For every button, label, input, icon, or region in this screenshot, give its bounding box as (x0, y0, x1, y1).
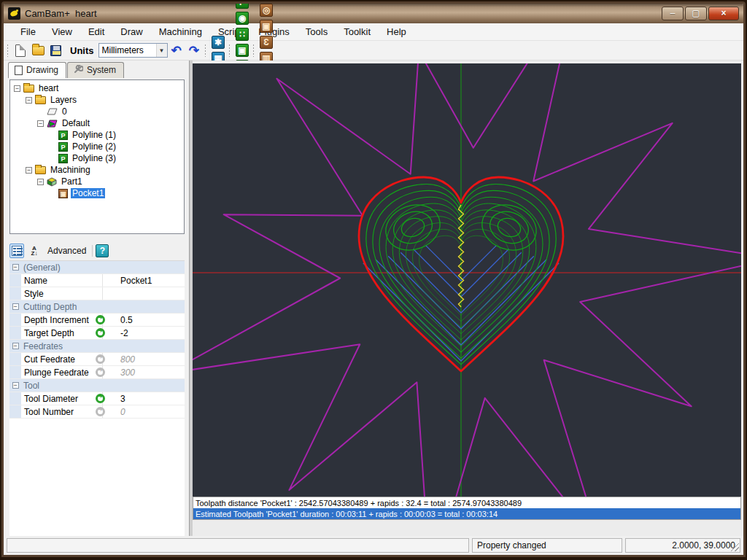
tree-item-default[interactable]: −Default (10, 117, 184, 129)
title-bar[interactable]: CamBam+ heart – ▢ × (4, 4, 743, 23)
status-coordinates: 2.0000, 39.0000 (625, 538, 740, 553)
property-category-feedrates[interactable]: −Feedrates (9, 340, 185, 353)
menu-edit[interactable]: Edit (80, 24, 112, 39)
tree-expander[interactable]: − (37, 179, 44, 185)
drill-button[interactable]: ◎ (258, 2, 274, 18)
tab-system[interactable]: System (67, 62, 124, 78)
toolpath-duration-line[interactable]: Estimated Toolpath 'Pocket1' duration : … (193, 508, 741, 520)
categorized-view-button[interactable] (9, 244, 24, 258)
property-category--general-[interactable]: −(General) (9, 261, 185, 274)
tab-drawing[interactable]: Drawing (8, 62, 66, 78)
property-row-tool-number[interactable]: Tool Number0 (9, 405, 185, 419)
property-row-target-depth[interactable]: Target Depth-2 (9, 327, 185, 340)
menu-toolkit[interactable]: Toolkit (336, 24, 379, 39)
open-file-icon (32, 46, 44, 55)
toolbar-grip[interactable] (252, 44, 255, 57)
property-row-cut-feedrate[interactable]: Cut Feedrate800 (9, 353, 185, 366)
property-row-style[interactable]: Style (9, 287, 185, 300)
snap-grid-button[interactable]: ✱ (210, 34, 226, 50)
polyline-icon: P (58, 142, 68, 152)
property-value[interactable]: 300 (103, 368, 135, 378)
category-collapse-box[interactable]: − (12, 264, 19, 271)
drawing-tree: −heart−Layers−0−Default−PPolyline (1)−PP… (9, 79, 185, 234)
save-file-button[interactable] (47, 42, 63, 58)
property-value[interactable]: 800 (103, 354, 135, 365)
category-collapse-box[interactable]: − (12, 382, 19, 389)
menu-file[interactable]: File (12, 24, 44, 39)
menu-view[interactable]: View (44, 24, 80, 39)
tree-item-label: 0 (61, 106, 69, 117)
part-icon (47, 177, 57, 187)
help-button[interactable]: ? (96, 244, 109, 257)
property-value[interactable]: Pocket1 (103, 276, 152, 286)
tree-item-polyline-2-[interactable]: −PPolyline (2) (10, 141, 184, 152)
rectangle-button[interactable]: ▣ (234, 42, 250, 58)
maximize-button[interactable]: ▢ (685, 7, 707, 20)
toolpath-distance-line[interactable]: Toolpath distance 'Pocket1' : 2542.57043… (193, 497, 741, 508)
engrave-icon: Ɛ (260, 36, 273, 49)
property-name: Style (21, 287, 103, 300)
panel-tabs: DrawingSystem (4, 61, 189, 78)
menu-help[interactable]: Help (379, 24, 414, 39)
toolbar-grip[interactable] (228, 44, 231, 57)
property-row-plunge-feedrate[interactable]: Plunge Feedrate300 (9, 366, 185, 379)
pocket-button[interactable]: ▣ (258, 18, 274, 34)
tree-item-polyline-3-[interactable]: −PPolyline (3) (10, 152, 184, 164)
folder-icon (35, 96, 46, 104)
chevron-down-icon[interactable]: ▼ (156, 44, 167, 57)
tree-expander[interactable]: − (26, 97, 32, 104)
advanced-label[interactable]: Advanced (44, 246, 89, 256)
tree-expander[interactable]: − (14, 85, 20, 92)
tree-item-polyline-1-[interactable]: −PPolyline (1) (10, 129, 184, 141)
tree-item-0[interactable]: −0 (10, 106, 184, 117)
property-name: Tool Number (21, 405, 103, 418)
categorized-icon (12, 246, 22, 256)
menu-machining[interactable]: Machining (151, 24, 210, 39)
open-file-button[interactable] (30, 42, 46, 58)
polyline-button[interactable]: P (234, 1, 250, 10)
category-collapse-box[interactable]: − (12, 343, 19, 349)
property-value[interactable]: -2 (103, 328, 128, 338)
menu-draw[interactable]: Draw (112, 24, 150, 39)
tree-item-heart[interactable]: −heart (10, 82, 184, 94)
tree-item-machining[interactable]: −Machining (10, 164, 184, 176)
engrave-button[interactable]: Ɛ (258, 34, 274, 50)
tree-expander[interactable]: − (26, 167, 32, 174)
set-value-icon (96, 394, 105, 403)
tree-item-layers[interactable]: −Layers (10, 94, 184, 106)
circle-button[interactable]: ◉ (234, 10, 250, 26)
property-value[interactable]: 0 (103, 407, 125, 417)
menu-bar: FileViewEditDrawMachiningScriptPluginsTo… (4, 23, 743, 41)
property-row-depth-increment[interactable]: Depth Increment0.5 (9, 314, 185, 327)
property-value[interactable]: 0.5 (103, 315, 133, 325)
property-category-cutting-depth[interactable]: −Cutting Depth (9, 300, 185, 314)
property-value[interactable]: 3 (103, 394, 125, 404)
polyline-icon: P (58, 131, 68, 140)
resize-grip[interactable] (730, 542, 739, 551)
tree-expander[interactable]: − (37, 120, 44, 127)
property-row-tool-diameter[interactable]: Tool Diameter3 (9, 392, 185, 405)
close-button[interactable]: × (708, 7, 739, 20)
tree-item-part1[interactable]: −Part1 (10, 176, 184, 187)
save-file-icon (50, 45, 61, 56)
pocket-icon: ▣ (260, 20, 273, 33)
drawing-canvas[interactable] (193, 63, 741, 497)
point-list-icon: ∷ (236, 28, 249, 41)
tree-item-pocket1[interactable]: −▣Pocket1 (10, 187, 184, 199)
new-file-icon (15, 44, 26, 57)
property-row-name[interactable]: NamePocket1 (9, 274, 185, 287)
menu-tools[interactable]: Tools (298, 24, 336, 39)
alphabetical-sort-button[interactable]: AZ↓ (27, 244, 42, 258)
folder-icon (23, 85, 34, 93)
units-combobox[interactable]: Millimeters ▼ (98, 43, 168, 58)
category-collapse-box[interactable]: − (12, 303, 19, 310)
undo-button[interactable]: ↶ (169, 42, 185, 58)
toolbar-grip[interactable] (204, 44, 206, 57)
new-file-button[interactable] (12, 42, 28, 58)
minimize-button[interactable]: – (662, 7, 684, 20)
layer-icon (47, 108, 58, 115)
point-list-button[interactable]: ∷ (234, 26, 250, 42)
redo-button[interactable]: ↷ (186, 42, 202, 58)
property-category-tool[interactable]: −Tool (9, 379, 185, 392)
toolbar-grip[interactable] (7, 44, 9, 57)
